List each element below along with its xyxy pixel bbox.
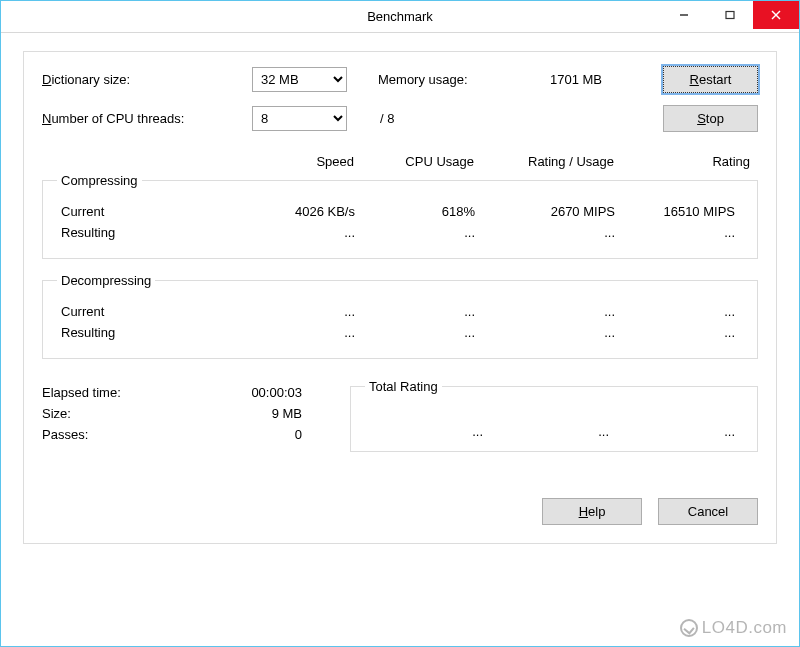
maximize-icon bbox=[725, 10, 735, 20]
dictionary-size-select[interactable]: 32 MB bbox=[252, 67, 347, 92]
threads-max: / 8 bbox=[372, 111, 502, 126]
bottom-area: Elapsed time: 00:00:03 Size: 9 MB Passes… bbox=[42, 379, 758, 452]
stats-block: Elapsed time: 00:00:03 Size: 9 MB Passes… bbox=[42, 379, 322, 452]
row-label: Resulting bbox=[57, 325, 243, 340]
cell-rating-usage: ... bbox=[483, 325, 623, 340]
total-rating-legend: Total Rating bbox=[365, 379, 442, 394]
total-rating-group: Total Rating ... ... ... bbox=[350, 379, 758, 452]
benchmark-window: Benchmark Dictionary size: 32 MB bbox=[0, 0, 800, 647]
table-row: Current ... ... ... ... bbox=[57, 304, 743, 319]
decompressing-group: Decompressing Current ... ... ... ... Re… bbox=[42, 273, 758, 359]
cell-rating-usage: ... bbox=[483, 225, 623, 240]
minimize-button[interactable] bbox=[661, 1, 707, 29]
cpu-threads-label: Number of CPU threads: bbox=[42, 111, 252, 126]
cell-rating: ... bbox=[623, 225, 743, 240]
watermark-text: LO4D.com bbox=[702, 618, 787, 638]
cell-speed: ... bbox=[243, 325, 363, 340]
cancel-button[interactable]: Cancel bbox=[658, 498, 758, 525]
close-icon bbox=[770, 9, 782, 21]
cell-cpu: 618% bbox=[363, 204, 483, 219]
row-label: Resulting bbox=[57, 225, 243, 240]
dictionary-size-label: Dictionary size: bbox=[42, 72, 252, 87]
memory-usage-value: 1701 MB bbox=[502, 72, 622, 87]
maximize-button[interactable] bbox=[707, 1, 753, 29]
header-rating-usage: Rating / Usage bbox=[482, 154, 622, 169]
content-area: Dictionary size: 32 MB Memory usage: 170… bbox=[1, 33, 799, 562]
watermark: LO4D.com bbox=[680, 618, 787, 638]
dictionary-row: Dictionary size: 32 MB Memory usage: 170… bbox=[42, 66, 758, 93]
cell-rating: ... bbox=[623, 325, 743, 340]
cell-rating-usage: ... bbox=[483, 304, 623, 319]
size-label: Size: bbox=[42, 406, 182, 421]
total-val-3: ... bbox=[617, 424, 743, 439]
passes-label: Passes: bbox=[42, 427, 182, 442]
cell-cpu: ... bbox=[363, 304, 483, 319]
window-controls bbox=[661, 1, 799, 29]
elapsed-value: 00:00:03 bbox=[182, 385, 322, 400]
memory-usage-label: Memory usage: bbox=[372, 72, 502, 87]
cell-rating-usage: 2670 MIPS bbox=[483, 204, 623, 219]
passes-value: 0 bbox=[182, 427, 322, 442]
passes-row: Passes: 0 bbox=[42, 427, 322, 442]
table-row: Resulting ... ... ... ... bbox=[57, 325, 743, 340]
cell-rating: ... bbox=[623, 304, 743, 319]
compressing-legend: Compressing bbox=[57, 173, 142, 188]
cell-speed: 4026 KB/s bbox=[243, 204, 363, 219]
watermark-icon bbox=[680, 619, 698, 637]
cell-rating: 16510 MIPS bbox=[623, 204, 743, 219]
restart-button[interactable]: Restart bbox=[663, 66, 758, 93]
cpu-threads-select[interactable]: 8 bbox=[252, 106, 347, 131]
total-val-1: ... bbox=[365, 424, 491, 439]
header-cpu-usage: CPU Usage bbox=[362, 154, 482, 169]
size-value: 9 MB bbox=[182, 406, 322, 421]
size-row: Size: 9 MB bbox=[42, 406, 322, 421]
column-headers: Speed CPU Usage Rating / Usage Rating bbox=[42, 154, 758, 169]
decompressing-legend: Decompressing bbox=[57, 273, 155, 288]
table-row: Resulting ... ... ... ... bbox=[57, 225, 743, 240]
threads-row: Number of CPU threads: 8 / 8 Stop bbox=[42, 105, 758, 132]
total-row: ... ... ... bbox=[365, 424, 743, 439]
close-button[interactable] bbox=[753, 1, 799, 29]
help-button[interactable]: Help bbox=[542, 498, 642, 525]
total-val-2: ... bbox=[491, 424, 617, 439]
elapsed-row: Elapsed time: 00:00:03 bbox=[42, 385, 322, 400]
cell-cpu: ... bbox=[363, 225, 483, 240]
cell-speed: ... bbox=[243, 225, 363, 240]
table-row: Current 4026 KB/s 618% 2670 MIPS 16510 M… bbox=[57, 204, 743, 219]
elapsed-label: Elapsed time: bbox=[42, 385, 182, 400]
header-speed: Speed bbox=[242, 154, 362, 169]
dialog-buttons: Help Cancel bbox=[42, 498, 758, 525]
header-rating: Rating bbox=[622, 154, 758, 169]
cell-speed: ... bbox=[243, 304, 363, 319]
stop-button[interactable]: Stop bbox=[663, 105, 758, 132]
cell-cpu: ... bbox=[363, 325, 483, 340]
row-label: Current bbox=[57, 204, 243, 219]
minimize-icon bbox=[679, 10, 689, 20]
compressing-group: Compressing Current 4026 KB/s 618% 2670 … bbox=[42, 173, 758, 259]
titlebar: Benchmark bbox=[1, 1, 799, 33]
svg-rect-1 bbox=[726, 12, 734, 19]
row-label: Current bbox=[57, 304, 243, 319]
main-panel: Dictionary size: 32 MB Memory usage: 170… bbox=[23, 51, 777, 544]
